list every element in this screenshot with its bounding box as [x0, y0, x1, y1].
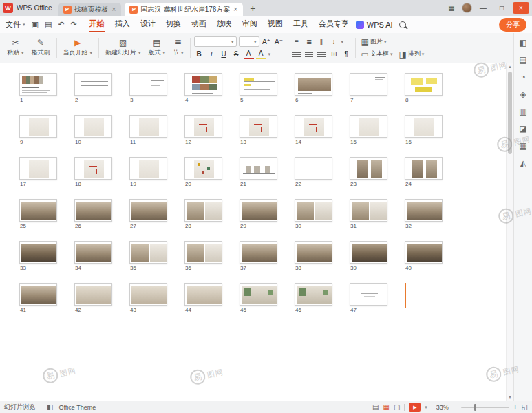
document-tab-active[interactable]: P 国志汉-萬科世纪水岸176方案 ×	[125, 3, 243, 16]
menu-tab-insert[interactable]: 插入	[114, 17, 131, 32]
slide-thumbnail-38[interactable]	[295, 241, 332, 264]
zoom-out-button[interactable]: −	[453, 403, 457, 411]
slide-thumbnail-26[interactable]	[74, 199, 112, 222]
slide-thumbnail-1[interactable]	[19, 73, 57, 96]
slide-thumbnail-30[interactable]	[295, 199, 332, 222]
rail-more-tools-icon[interactable]: ◭	[520, 159, 526, 167]
paste-button[interactable]: ✂ 粘贴▾	[4, 39, 27, 57]
menu-tab-design[interactable]: 设计	[140, 17, 156, 32]
tab-close-icon[interactable]: ×	[111, 6, 117, 13]
align-right-button[interactable]	[317, 49, 327, 59]
view-sorter-button[interactable]: ▦	[383, 403, 389, 411]
slide-thumbnail-22[interactable]	[295, 157, 332, 180]
menu-tab-tools[interactable]: 工具	[292, 17, 309, 32]
scroll-down-icon[interactable]: ▼	[508, 394, 512, 401]
shrink-font-button[interactable]: A⁻	[274, 36, 284, 47]
grow-font-button[interactable]: A⁺	[262, 36, 272, 47]
slide-thumbnail-15[interactable]	[350, 115, 387, 138]
rail-comments-icon[interactable]: ◪	[519, 125, 526, 133]
slide-thumbnail-5[interactable]	[240, 73, 277, 96]
text-direction-button[interactable]: ¶	[341, 49, 352, 59]
slide-thumbnail-13[interactable]	[240, 115, 277, 138]
rail-properties-icon[interactable]: ◧	[519, 39, 526, 47]
slide-thumbnail-4[interactable]	[184, 73, 222, 96]
bold-button[interactable]: B	[194, 49, 204, 59]
bullets-button[interactable]: ≡	[292, 36, 302, 47]
slide-thumbnail-37[interactable]	[240, 241, 277, 264]
indent-button[interactable]: ∥	[317, 36, 327, 47]
menu-tab-review[interactable]: 审阅	[242, 17, 258, 32]
new-slide-button[interactable]: ▧ 新建幻灯片▾	[103, 39, 144, 57]
print-icon[interactable]: ▤	[45, 20, 52, 29]
columns-button[interactable]: ⊞	[329, 49, 339, 59]
numbering-button[interactable]: ≣	[304, 36, 315, 47]
new-tab-button[interactable]: +	[246, 3, 259, 14]
slide-thumbnail-41[interactable]	[19, 283, 57, 306]
slide-thumbnail-24[interactable]	[405, 157, 443, 180]
line-spacing-button[interactable]: ↕	[329, 36, 339, 47]
underline-button[interactable]: U	[219, 49, 229, 59]
fit-window-button[interactable]: ◱	[522, 403, 528, 411]
section-button[interactable]: ≣ 节▾	[170, 39, 187, 57]
strikethrough-button[interactable]: S	[231, 49, 242, 59]
slide-thumbnail-43[interactable]	[129, 283, 167, 306]
slide-thumbnail-21[interactable]	[240, 157, 277, 180]
slide-thumbnail-16[interactable]	[405, 115, 443, 138]
slide-thumbnail-47[interactable]	[350, 283, 387, 306]
slide-thumbnail-39[interactable]	[350, 241, 387, 264]
document-tab-template[interactable]: P 找稿页模板 ×	[58, 3, 122, 16]
menu-tab-view[interactable]: 视图	[267, 17, 284, 32]
slide-thumbnail-46[interactable]	[295, 283, 332, 306]
zoom-slider[interactable]	[461, 407, 509, 408]
rail-animation-pane-icon[interactable]: ▥	[519, 107, 526, 116]
slide-thumbnail-35[interactable]	[129, 241, 167, 264]
tab-close-icon[interactable]: ×	[233, 6, 238, 13]
undo-icon[interactable]: ↶	[58, 20, 64, 29]
save-icon[interactable]: ▣	[32, 20, 39, 29]
apps-grid-icon[interactable]: ▦	[445, 4, 458, 12]
menu-tab-animation[interactable]: 动画	[191, 17, 207, 32]
textbox-button[interactable]: ▭ 文本框 ▾	[359, 49, 395, 59]
scroll-up-icon[interactable]: ▲	[508, 63, 512, 70]
slide-thumbnail-45[interactable]	[240, 283, 277, 306]
italic-button[interactable]: I	[206, 49, 217, 59]
maximize-button[interactable]: □	[494, 2, 509, 14]
slide-thumbnail-42[interactable]	[74, 283, 112, 306]
theme-name-label[interactable]: Office Theme	[58, 404, 96, 411]
scrollbar-thumb[interactable]	[508, 72, 512, 154]
zoom-level[interactable]: 33%	[436, 404, 449, 411]
slide-thumbnail-25[interactable]	[19, 199, 57, 222]
vertical-scrollbar[interactable]: ▲ ▼	[506, 63, 513, 401]
picture-button[interactable]: ▦ 图片 ▾	[359, 36, 389, 47]
slide-thumbnail-3[interactable]	[129, 73, 167, 96]
rail-smart-beautify-icon[interactable]: ◈	[520, 90, 526, 98]
slide-thumbnail-19[interactable]	[129, 157, 167, 180]
search-icon[interactable]	[399, 21, 406, 28]
user-avatar[interactable]	[462, 3, 472, 13]
view-normal-button[interactable]: ▤	[372, 403, 379, 411]
arrange-button[interactable]: ◨ 排列 ▾	[396, 49, 426, 59]
share-button[interactable]: 分享	[499, 18, 526, 32]
slide-thumbnail-32[interactable]	[405, 199, 443, 222]
slide-thumbnail-34[interactable]	[74, 241, 112, 264]
slide-thumbnail-17[interactable]	[19, 157, 57, 180]
scrollbar-track[interactable]	[507, 70, 513, 394]
rail-assistant-icon[interactable]: ▦	[519, 142, 526, 150]
redo-icon[interactable]: ↷	[71, 20, 77, 29]
menu-tab-slideshow[interactable]: 放映	[216, 17, 233, 32]
menu-tab-transition[interactable]: 切换	[165, 17, 182, 32]
rail-material-library-icon[interactable]: ▤	[519, 56, 526, 64]
slide-thumbnail-28[interactable]	[184, 199, 222, 222]
view-reading-button[interactable]: ▢	[394, 403, 400, 411]
zoom-in-button[interactable]: +	[513, 403, 518, 411]
close-button[interactable]: ×	[513, 2, 529, 14]
slide-thumbnail-8[interactable]	[405, 73, 443, 96]
slide-thumbnail-36[interactable]	[184, 241, 222, 264]
chevron-down-icon[interactable]: ▾	[425, 405, 427, 410]
slide-thumbnail-29[interactable]	[240, 199, 277, 222]
slide-thumbnail-6[interactable]	[295, 73, 332, 96]
slide-thumbnail-44[interactable]	[184, 283, 222, 306]
slide-thumbnail-7[interactable]	[350, 73, 387, 96]
slideshow-play-button[interactable]: ▶	[409, 403, 421, 412]
slide-thumbnail-11[interactable]	[129, 115, 167, 138]
